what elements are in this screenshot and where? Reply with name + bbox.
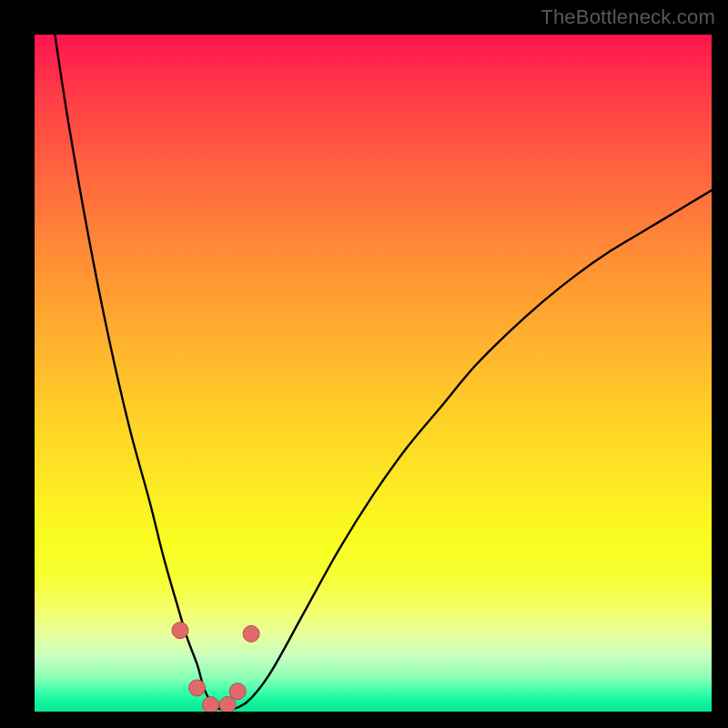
- curve-marker: [172, 622, 188, 639]
- curve-marker: [219, 697, 236, 712]
- plot-area: [35, 35, 712, 712]
- chart-frame: TheBottleneck.com: [0, 0, 728, 728]
- curve-marker: [243, 625, 259, 642]
- curve-marker: [189, 680, 206, 696]
- bottleneck-curve: [55, 35, 712, 710]
- curve-markers: [172, 622, 259, 712]
- curve-marker: [202, 697, 218, 712]
- curve-layer: [35, 35, 712, 712]
- watermark-text: TheBottleneck.com: [541, 5, 715, 29]
- curve-marker: [229, 683, 246, 700]
